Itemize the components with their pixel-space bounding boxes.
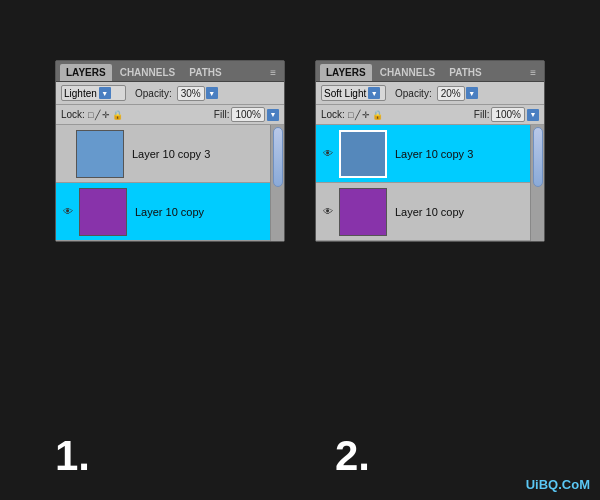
table-row[interactable]: 👁 Layer 10 copy — [56, 183, 284, 241]
blend-mode-arrow-1[interactable]: ▼ — [99, 87, 111, 99]
opacity-btn-2[interactable]: ▼ — [466, 87, 478, 99]
panel-1-menu-icon[interactable]: ≡ — [266, 65, 280, 80]
fill-value-1[interactable]: 100% — [231, 107, 265, 122]
layer-thumb-1-1 — [79, 188, 127, 236]
lock-lock-icon-2[interactable]: 🔒 — [372, 110, 383, 120]
opacity-value-1[interactable]: 30% — [177, 86, 205, 101]
watermark: UiBQ.CoM — [526, 477, 590, 492]
panel-1: LAYERS CHANNELS PATHS ≡ Lighten ▼ Opacit… — [55, 60, 285, 242]
layer-name-2-0: Layer 10 copy 3 — [395, 148, 473, 160]
panel-1-toolbar: Lighten ▼ Opacity: 30% ▼ — [56, 82, 284, 105]
opacity-btn-1[interactable]: ▼ — [206, 87, 218, 99]
fill-btn-2[interactable]: ▼ — [527, 109, 539, 121]
blend-mode-select-2[interactable]: Soft Light ▼ — [321, 85, 386, 101]
lock-lock-icon-1[interactable]: 🔒 — [112, 110, 123, 120]
fill-section-1: Fill: 100% ▼ — [214, 107, 279, 122]
scrollbar-1[interactable] — [270, 125, 284, 241]
fill-label-2: Fill: — [474, 109, 490, 120]
opacity-container-1: 30% ▼ — [177, 86, 218, 101]
opacity-label-2: Opacity: — [395, 88, 432, 99]
eye-icon-1-1[interactable]: 👁 — [60, 204, 76, 220]
fill-value-2[interactable]: 100% — [491, 107, 525, 122]
lock-brush-icon-2[interactable]: ╱ — [355, 110, 360, 120]
lock-rect-icon-1[interactable]: □ — [88, 110, 93, 120]
lock-rect-icon-2[interactable]: □ — [348, 110, 353, 120]
lock-icons-1: □ ╱ ✛ 🔒 — [88, 110, 123, 120]
tab-channels-1[interactable]: CHANNELS — [114, 64, 182, 81]
panel-2-lock-row: Lock: □ ╱ ✛ 🔒 Fill: 100% ▼ — [316, 105, 544, 125]
fill-btn-1[interactable]: ▼ — [267, 109, 279, 121]
fill-label-1: Fill: — [214, 109, 230, 120]
opacity-container-2: 20% ▼ — [437, 86, 478, 101]
layer-thumb-2-0 — [339, 130, 387, 178]
blend-mode-value-1: Lighten — [64, 88, 97, 99]
lock-brush-icon-1[interactable]: ╱ — [95, 110, 100, 120]
opacity-value-2[interactable]: 20% — [437, 86, 465, 101]
layer-name-1-1: Layer 10 copy — [135, 206, 204, 218]
layer-name-1-0: Layer 10 copy 3 — [132, 148, 210, 160]
blend-mode-select-1[interactable]: Lighten ▼ — [61, 85, 126, 101]
tab-layers-2[interactable]: LAYERS — [320, 64, 372, 81]
panel-2: LAYERS CHANNELS PATHS ≡ Soft Light ▼ Opa… — [315, 60, 545, 242]
opacity-label-1: Opacity: — [135, 88, 172, 99]
blend-mode-value-2: Soft Light — [324, 88, 366, 99]
tab-paths-1[interactable]: PATHS — [183, 64, 227, 81]
scrollbar-thumb-2[interactable] — [533, 127, 543, 187]
scrollbar-2[interactable] — [530, 125, 544, 241]
lock-label-2: Lock: — [321, 109, 345, 120]
table-row[interactable]: 👁 Layer 10 copy 3 — [316, 125, 544, 183]
layer-name-2-1: Layer 10 copy — [395, 206, 464, 218]
scrollbar-thumb-1[interactable] — [273, 127, 283, 187]
step-label-2: 2. — [335, 432, 370, 480]
lock-move-icon-1[interactable]: ✛ — [102, 110, 110, 120]
fill-section-2: Fill: 100% ▼ — [474, 107, 539, 122]
layer-thumb-2-1 — [339, 188, 387, 236]
panel-1-tabs: LAYERS CHANNELS PATHS ≡ — [56, 61, 284, 82]
panel-1-layers: Layer 10 copy 3 👁 Layer 10 copy — [56, 125, 284, 241]
step-label-1: 1. — [55, 432, 90, 480]
panel-2-menu-icon[interactable]: ≡ — [526, 65, 540, 80]
panel-2-tabs: LAYERS CHANNELS PATHS ≡ — [316, 61, 544, 82]
eye-icon-2-0[interactable]: 👁 — [320, 146, 336, 162]
lock-move-icon-2[interactable]: ✛ — [362, 110, 370, 120]
tab-layers-1[interactable]: LAYERS — [60, 64, 112, 81]
panel-2-toolbar: Soft Light ▼ Opacity: 20% ▼ — [316, 82, 544, 105]
table-row[interactable]: Layer 10 copy 3 — [56, 125, 284, 183]
eye-icon-2-1[interactable]: 👁 — [320, 204, 336, 220]
tab-channels-2[interactable]: CHANNELS — [374, 64, 442, 81]
lock-icons-2: □ ╱ ✛ 🔒 — [348, 110, 383, 120]
lock-label-1: Lock: — [61, 109, 85, 120]
blend-mode-arrow-2[interactable]: ▼ — [368, 87, 380, 99]
tab-paths-2[interactable]: PATHS — [443, 64, 487, 81]
table-row[interactable]: 👁 Layer 10 copy — [316, 183, 544, 241]
panel-2-layers: 👁 Layer 10 copy 3 👁 Layer 10 copy — [316, 125, 544, 241]
panel-1-lock-row: Lock: □ ╱ ✛ 🔒 Fill: 100% ▼ — [56, 105, 284, 125]
layer-thumb-1-0 — [76, 130, 124, 178]
